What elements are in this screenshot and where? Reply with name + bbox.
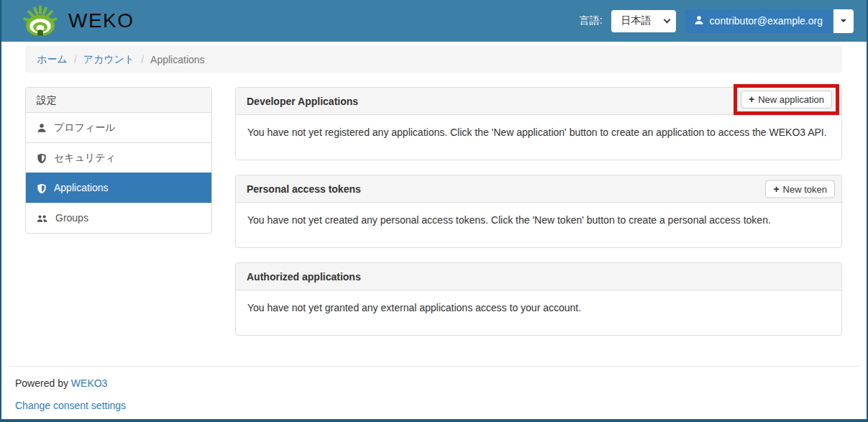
sidebar-item-label: セキュリティ xyxy=(54,151,116,165)
sidebar-item-profile[interactable]: プロフィール xyxy=(26,113,211,143)
weko-logo-icon xyxy=(22,4,59,38)
authorized-applications-empty-text: You have not yet granted any external ap… xyxy=(236,290,841,335)
shield-icon xyxy=(37,153,47,163)
breadcrumb-account-link[interactable]: アカウント xyxy=(83,53,135,66)
sidebar-header: 設定 xyxy=(26,88,211,113)
user-menu-toggle-button[interactable] xyxy=(833,9,854,33)
user-account-button[interactable]: contributor@example.org xyxy=(685,9,832,33)
breadcrumb-home-link[interactable]: ホーム xyxy=(37,53,68,66)
authorized-applications-panel: Authorized applications You have not yet… xyxy=(235,262,842,336)
new-application-button-label: New application xyxy=(758,94,824,105)
user-email: contributor@example.org xyxy=(710,15,823,27)
new-token-button[interactable]: + New token xyxy=(765,180,835,198)
breadcrumb-current-page: Applications xyxy=(150,54,205,65)
panel-title: Developer Applications xyxy=(247,96,358,107)
sidebar-item-applications[interactable]: Applications xyxy=(26,173,211,203)
panel-title: Authorized applications xyxy=(247,271,361,283)
user-menu: contributor@example.org xyxy=(685,9,854,33)
main-column: Developer Applications + New application… xyxy=(235,87,842,336)
authorized-applications-header: Authorized applications xyxy=(236,263,841,290)
developer-applications-empty-text: You have not yet registered any applicat… xyxy=(236,115,841,160)
personal-access-tokens-header: Personal access tokens + New token xyxy=(236,175,841,203)
brand-title: WEKO xyxy=(68,9,134,32)
language-select[interactable]: 日本語 xyxy=(611,10,676,32)
breadcrumb-separator: / xyxy=(141,54,144,65)
footer: Powered by WEKO3 Change consent settings xyxy=(1,367,867,413)
new-application-button[interactable]: + New application xyxy=(741,91,832,109)
plus-icon: + xyxy=(773,184,779,193)
settings-sidebar: 設定 プロフィール セキュリティ xyxy=(25,87,212,234)
sidebar-item-groups[interactable]: Groups xyxy=(26,203,211,233)
shield-icon xyxy=(37,183,47,193)
caret-down-icon xyxy=(841,19,846,22)
sidebar-item-label: Applications xyxy=(54,181,109,195)
developer-applications-panel: Developer Applications + New application… xyxy=(235,87,842,160)
panel-title: Personal access tokens xyxy=(247,183,361,195)
personal-access-tokens-panel: Personal access tokens + New token You h… xyxy=(235,175,842,248)
new-token-button-label: New token xyxy=(783,183,827,194)
language-label: 言語: xyxy=(580,14,603,27)
user-icon xyxy=(37,123,47,133)
personal-access-tokens-empty-text: You have not yet created any personal ac… xyxy=(236,203,841,247)
browser-viewport: WEKO 言語: 日本語 contributor@example.org xyxy=(0,0,868,422)
users-icon xyxy=(37,214,48,224)
sidebar-item-label: Groups xyxy=(55,211,88,225)
language-selected-value: 日本語 xyxy=(621,14,652,27)
content-area: 設定 プロフィール セキュリティ xyxy=(25,87,842,336)
change-consent-settings-link[interactable]: Change consent settings xyxy=(15,400,126,411)
plus-icon: + xyxy=(749,95,754,104)
breadcrumb-separator: / xyxy=(74,54,77,65)
developer-applications-header: Developer Applications + New application xyxy=(236,88,841,115)
breadcrumb: ホーム / アカウント / Applications xyxy=(25,46,842,73)
brand-home-link[interactable]: WEKO xyxy=(22,4,134,38)
powered-by-text: Powered by xyxy=(15,377,68,389)
sidebar-item-security[interactable]: セキュリティ xyxy=(26,143,211,173)
chevron-down-icon xyxy=(663,17,670,24)
user-icon xyxy=(694,15,704,27)
topbar-actions: 言語: 日本語 contributor@example.org xyxy=(580,9,854,33)
top-navbar: WEKO 言語: 日本語 contributor@example.org xyxy=(1,0,867,42)
sidebar-item-label: プロフィール xyxy=(54,121,116,134)
annotation-highlight-box: + New application xyxy=(734,84,839,115)
weko3-link[interactable]: WEKO3 xyxy=(71,377,108,389)
